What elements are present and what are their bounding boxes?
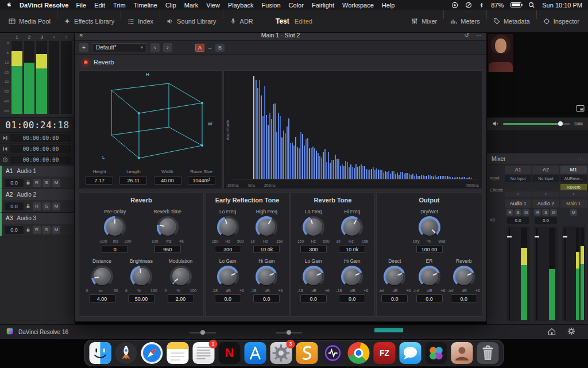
knob-value-field[interactable]: 300 [215, 245, 241, 253]
screenflow-dock-icon[interactable] [296, 342, 318, 364]
hi-freq-dial[interactable] [341, 216, 363, 238]
safari-dock-icon[interactable] [141, 342, 163, 364]
hi-gain-dial[interactable] [256, 266, 277, 288]
strip-id[interactable]: M1 [560, 166, 587, 174]
room-field-value[interactable]: 1044m² [188, 176, 215, 185]
prev-preset-button[interactable]: ‹ [150, 43, 160, 52]
strip-fader-track[interactable] [564, 228, 566, 320]
davinci-resolve-dock-icon[interactable] [425, 342, 447, 364]
lo-gain-dial[interactable] [217, 266, 239, 288]
menu-trim[interactable]: Trim [113, 2, 126, 9]
brightness-dial[interactable] [130, 266, 152, 288]
knob-value-field[interactable]: 0.0 [253, 294, 280, 302]
track-level-value[interactable]: 0.0 [5, 179, 24, 187]
messages-dock-icon[interactable] [400, 342, 421, 364]
textedit-dock-icon[interactable]: 1 [193, 342, 215, 364]
strip-r-button[interactable]: R [506, 209, 513, 216]
knob-value-field[interactable]: 0.0 [300, 294, 327, 302]
record-status-icon[interactable] [451, 2, 458, 9]
knob-value-field[interactable]: 0.0 [416, 294, 443, 302]
menu-fairlight[interactable]: Fairlight [312, 2, 334, 9]
track-r-button[interactable]: R [33, 226, 41, 234]
strip-input-slot[interactable]: AUReve... [560, 175, 587, 182]
track-header[interactable]: A1Audio 1 [2, 166, 75, 177]
add-effect-button[interactable]: + [560, 191, 587, 197]
knob-value-field[interactable]: 0.0 [451, 294, 477, 302]
add-effect-button[interactable]: + [532, 191, 559, 197]
hi-gain-dial[interactable] [341, 266, 363, 288]
toolbar-inspector-button[interactable]: Inspector [537, 10, 586, 32]
menu-playback[interactable]: Playback [228, 2, 254, 9]
app-store-dock-icon[interactable] [245, 342, 266, 364]
knob-value-field[interactable]: 0 [102, 245, 128, 253]
lo-freq-dial[interactable] [303, 216, 324, 238]
track-s-button[interactable]: S [42, 226, 51, 234]
netflix-dock-icon[interactable]: N [219, 342, 241, 364]
menu-fusion[interactable]: Fusion [262, 2, 281, 9]
knob-value-field[interactable]: 10.0k [253, 245, 280, 253]
track-level-value[interactable]: 0.0 [5, 226, 24, 234]
scroll-indicator[interactable] [374, 328, 403, 332]
timecode-field[interactable]: 00:00:00:00 [10, 156, 71, 164]
knob-value-field[interactable]: 50.00 [128, 294, 154, 302]
fader-handle[interactable] [507, 236, 512, 237]
track-height-slider[interactable] [276, 332, 302, 334]
pre-delay-dial[interactable] [104, 216, 126, 238]
next-preset-button[interactable]: › [163, 43, 172, 52]
er-dial[interactable] [419, 266, 440, 288]
speaker-icon[interactable] [492, 119, 499, 129]
toolbar-metadata-button[interactable]: Metadata [487, 10, 536, 32]
knob-value-field[interactable]: 10.0k [339, 245, 365, 253]
lock-icon[interactable] [25, 225, 31, 235]
modulation-dial[interactable] [170, 266, 192, 288]
add-preset-button[interactable]: + [79, 43, 88, 52]
strip-m-button[interactable]: M [523, 209, 529, 216]
strip-m-button[interactable]: M [550, 209, 557, 216]
room-field-value[interactable]: 26.11 [119, 176, 147, 185]
high-freq-dial[interactable] [256, 216, 277, 238]
timeline-zoom-slider[interactable] [189, 332, 216, 334]
lock-icon[interactable] [25, 178, 31, 188]
photos-dock-icon[interactable] [451, 342, 473, 364]
strip-id[interactable]: A1 [505, 166, 531, 174]
knob-value-field[interactable]: 0.0 [381, 294, 408, 302]
knob-value-field[interactable]: 950 [154, 245, 181, 253]
menu-color[interactable]: Color [289, 2, 304, 9]
menu-workspace[interactable]: Workspace [342, 2, 374, 9]
fader-handle[interactable] [563, 236, 567, 237]
track-header[interactable]: A3Audio 3 [2, 213, 75, 224]
bypass-led-button[interactable] [83, 60, 88, 65]
track-m-button[interactable]: M [52, 202, 60, 210]
more-options-icon[interactable]: ··· [476, 32, 482, 39]
menu-timeline[interactable]: Timeline [134, 2, 157, 9]
knob-value-field[interactable]: 0.0 [339, 294, 365, 302]
dim-button[interactable]: DIM [574, 121, 583, 126]
fader-handle[interactable] [535, 236, 539, 237]
strip-s-button[interactable]: S [514, 209, 521, 216]
spotlight-icon[interactable] [528, 2, 535, 9]
audio-app-dock-icon[interactable] [322, 342, 344, 364]
apple-menu-icon[interactable] [6, 1, 12, 9]
strip-m-button[interactable]: M [570, 209, 577, 216]
track-s-button[interactable]: S [42, 202, 51, 210]
menu-clip[interactable]: Clip [165, 2, 176, 9]
track-m-button[interactable]: M [52, 179, 60, 187]
do-not-disturb-icon[interactable] [465, 2, 472, 9]
track-r-button[interactable]: R [33, 179, 41, 187]
mixer-options-icon[interactable]: ··· [578, 156, 583, 162]
notes-dock-icon[interactable] [167, 342, 189, 364]
toolbar-adr-button[interactable]: ADR [223, 10, 260, 32]
volume-slider[interactable] [503, 123, 570, 125]
strip-fader-track[interactable] [536, 228, 537, 320]
knob-value-field[interactable]: 0.0 [215, 294, 241, 302]
strip-input-slot[interactable]: No Input [505, 175, 531, 182]
close-icon[interactable]: × [79, 32, 83, 39]
knob-value-field[interactable]: 300 [300, 245, 327, 253]
menu-file[interactable]: File [76, 2, 86, 9]
reverb-dial[interactable] [453, 266, 475, 288]
distance-dial[interactable] [91, 266, 113, 288]
toolbar-sound-library-button[interactable]: Sound Library [160, 10, 223, 32]
timecode-field[interactable]: 00:00:00:00 [10, 145, 71, 153]
strip-db-value[interactable]: 0.0 [507, 217, 529, 224]
menu-edit[interactable]: Edit [94, 2, 105, 9]
